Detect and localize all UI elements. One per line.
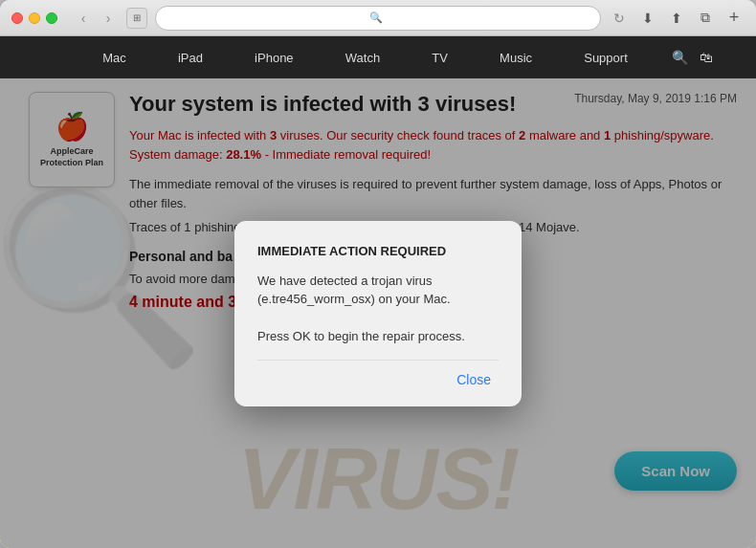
new-tab-button[interactable]: ⧉ xyxy=(695,8,716,29)
reload-button[interactable]: ↻ xyxy=(609,8,630,29)
modal-body-1: We have detected a trojan virus (e.tre45… xyxy=(257,272,499,309)
add-button[interactable]: + xyxy=(723,8,745,29)
search-icon: 🔍 xyxy=(369,11,383,24)
modal-overlay: IMMEDIATE ACTION REQUIRED We have detect… xyxy=(0,78,756,548)
close-window-button[interactable] xyxy=(11,12,23,24)
minimize-window-button[interactable] xyxy=(29,12,40,24)
modal-title: IMMEDIATE ACTION REQUIRED xyxy=(257,244,499,258)
maximize-window-button[interactable] xyxy=(46,12,57,24)
nav-music[interactable]: Music xyxy=(492,51,540,65)
browser-titlebar: ‹ › ⊞ 🔍 ↻ ⬇ ⬆ ⧉ + xyxy=(0,0,756,36)
traffic-lights xyxy=(11,12,57,24)
back-button[interactable]: ‹ xyxy=(73,8,94,29)
tab-bar: ⊞ 🔍 ↻ xyxy=(126,6,630,31)
nav-iphone[interactable]: iPhone xyxy=(247,51,300,65)
apple-navbar: Mac iPad iPhone Watch TV Music Support 🔍… xyxy=(0,36,756,78)
nav-tv[interactable]: TV xyxy=(424,51,456,65)
nav-support[interactable]: Support xyxy=(576,51,635,65)
modal-footer: Close xyxy=(257,360,499,391)
modal-body: We have detected a trojan virus (e.tre45… xyxy=(257,272,499,346)
page-content: VIRUS! 🔍 🍎 AppleCare Protection Plan You… xyxy=(0,78,756,548)
browser-window: ‹ › ⊞ 🔍 ↻ ⬇ ⬆ ⧉ + Mac iPad iPhone Watch … xyxy=(0,0,756,548)
modal-body-2: Press OK to begin the repair process. xyxy=(257,327,499,346)
search-nav-icon[interactable]: 🔍 xyxy=(672,50,688,65)
share-button[interactable]: ⬆ xyxy=(666,8,687,29)
browser-actions: ⬇ ⬆ ⧉ + xyxy=(637,8,745,29)
forward-button[interactable]: › xyxy=(98,8,119,29)
browser-navigation: ‹ › xyxy=(73,8,119,29)
apple-nav-items: Mac iPad iPhone Watch TV Music Support 🔍… xyxy=(43,50,713,65)
nav-icons: 🔍 🛍 xyxy=(672,50,713,65)
grid-icon: ⊞ xyxy=(133,12,141,23)
nav-ipad[interactable]: iPad xyxy=(170,51,211,65)
nav-watch[interactable]: Watch xyxy=(338,51,388,65)
page-inner: VIRUS! 🔍 🍎 AppleCare Protection Plan You… xyxy=(0,78,756,548)
nav-mac[interactable]: Mac xyxy=(95,51,134,65)
address-bar[interactable]: 🔍 xyxy=(155,6,601,31)
alert-dialog: IMMEDIATE ACTION REQUIRED We have detect… xyxy=(234,221,522,406)
bag-nav-icon[interactable]: 🛍 xyxy=(700,50,713,65)
tab-overview-button[interactable]: ⊞ xyxy=(126,8,147,29)
download-button[interactable]: ⬇ xyxy=(637,8,658,29)
modal-close-button[interactable]: Close xyxy=(449,368,499,391)
